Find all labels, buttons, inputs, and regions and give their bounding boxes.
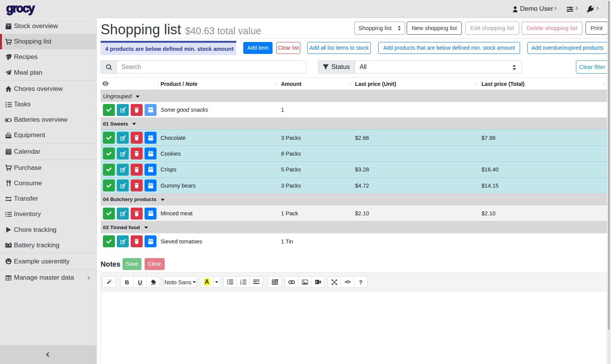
svg-text:3: 3: [240, 283, 241, 285]
